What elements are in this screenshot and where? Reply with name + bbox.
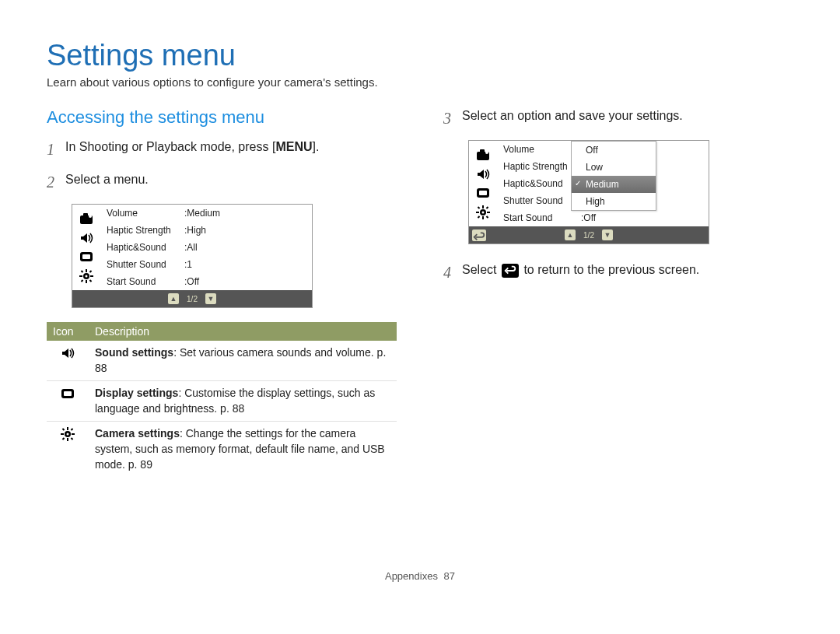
step-text: Select a menu. <box>65 171 149 193</box>
lcd-row: Start SoundOff <box>100 273 312 290</box>
lcd-page-indicator: 1/2 <box>187 295 198 303</box>
lcd-sidebar-icons <box>469 141 497 226</box>
chevron-down-icon[interactable]: ▼ <box>205 293 216 304</box>
dropdown-option[interactable]: Off <box>572 142 656 159</box>
lcd-sidebar-icons <box>72 205 100 290</box>
camera-icon <box>77 209 96 228</box>
step-1: 1 In Shooting or Playback mode, press [M… <box>47 138 397 160</box>
step-2: 2 Select a menu. <box>47 171 397 193</box>
footer-page-number: 87 <box>444 570 455 582</box>
subheading: Accessing the settings menu <box>47 107 397 128</box>
volume-dropdown[interactable]: Off Low Medium High <box>571 141 656 211</box>
sound-icon <box>474 165 492 184</box>
lcd-footer: ▲ 1/2 ▼ <box>72 290 312 307</box>
page-footer: Appendixes 87 <box>47 570 793 582</box>
lcd-row: Shutter Sound1 <box>100 256 312 273</box>
step-text: Select to return to the previous screen. <box>462 261 699 283</box>
footer-section: Appendixes <box>385 570 438 582</box>
gear-icon <box>474 203 492 222</box>
gear-icon <box>60 432 75 444</box>
th-icon: Icon <box>47 322 89 341</box>
step-number: 3 <box>443 107 462 129</box>
lcd-footer: ▲ 1/2 ▼ <box>469 226 709 243</box>
chevron-down-icon[interactable]: ▼ <box>602 229 613 240</box>
right-column: 3 Select an option and save your setting… <box>443 107 793 477</box>
back-icon[interactable] <box>472 229 486 241</box>
return-icon <box>502 264 519 278</box>
step-number: 2 <box>47 171 65 193</box>
lcd-page-indicator: 1/2 <box>583 231 594 240</box>
sound-icon <box>77 229 96 247</box>
intro-text: Learn about various options to configure… <box>47 75 793 89</box>
lcd-row: Haptic StrengthHigh <box>100 222 312 239</box>
lcd-row: VolumeMedium <box>100 205 312 222</box>
step-number: 4 <box>443 261 462 283</box>
page-title: Settings menu <box>47 39 793 72</box>
lcd-row: Start SoundOff <box>497 209 709 226</box>
camera-lcd-dropdown: Volume Haptic Strength Haptic&Sound Shut… <box>468 140 709 244</box>
step-text: In Shooting or Playback mode, press [MEN… <box>65 138 319 160</box>
step-4: 4 Select to return to the previous scree… <box>443 261 793 283</box>
dropdown-option[interactable]: Low <box>572 159 656 176</box>
sound-icon <box>60 351 75 363</box>
step-number: 1 <box>47 138 65 160</box>
camera-icon <box>474 145 492 164</box>
chevron-up-icon[interactable]: ▲ <box>168 293 179 304</box>
gear-icon <box>77 267 96 285</box>
step-text: Select an option and save your settings. <box>462 107 683 129</box>
lcd-row: Haptic&SoundAll <box>100 239 312 256</box>
camera-lcd-menu: VolumeMedium Haptic StrengthHigh Haptic&… <box>72 204 313 308</box>
display-icon <box>77 247 96 266</box>
table-row: Sound settings: Set various camera sound… <box>47 341 397 381</box>
dropdown-option[interactable]: High <box>572 193 656 210</box>
th-description: Description <box>89 322 397 341</box>
icon-description-table: Icon Description Sound settings: Set var… <box>47 322 397 477</box>
display-icon <box>60 391 75 404</box>
lcd-list: Volume Haptic Strength Haptic&Sound Shut… <box>497 141 709 226</box>
dropdown-option-selected[interactable]: Medium <box>572 176 656 193</box>
table-row: Display settings: Customise the display … <box>47 381 397 422</box>
table-row: Camera settings: Change the settings for… <box>47 422 397 477</box>
left-column: Accessing the settings menu 1 In Shootin… <box>47 107 397 477</box>
display-icon <box>474 184 492 202</box>
step-3: 3 Select an option and save your setting… <box>443 107 793 129</box>
chevron-up-icon[interactable]: ▲ <box>565 229 576 240</box>
lcd-list: VolumeMedium Haptic StrengthHigh Haptic&… <box>100 205 312 290</box>
